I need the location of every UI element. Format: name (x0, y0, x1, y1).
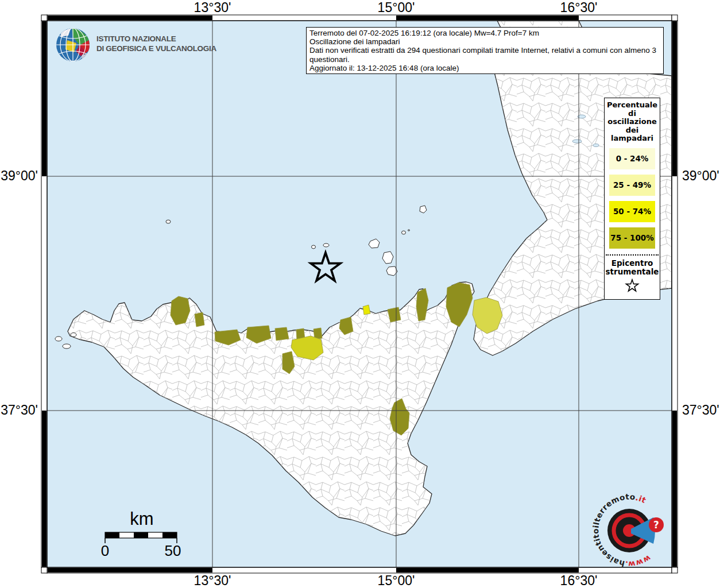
axis-label-bottom-1330: 13°30' (194, 574, 231, 587)
legend-title-line: di (605, 110, 660, 118)
legend-epicenter-line: strumentale (605, 268, 660, 276)
legend-star-icon (605, 278, 660, 295)
title-line-disclaimer: Dati non verificati estratti da 294 ques… (309, 46, 660, 63)
legend-title-line: oscillazione (605, 118, 660, 126)
ingv-wordmark-line2: DI GEOFISICA E VULCANOLOGIA (96, 44, 216, 53)
axis-label-right-3900: 39°00' (682, 169, 719, 183)
legend-swatch-50-74: 50 - 74% (609, 201, 655, 222)
island-alicudi (312, 245, 316, 249)
island-favignana (63, 344, 71, 349)
island-panarea (402, 231, 406, 234)
axis-label-top-1500: 15°00' (378, 1, 415, 14)
title-line-observable: Oscillazione dei lampadari (309, 37, 660, 46)
title-line-updated: Aggiornato il: 13-12-2025 16:48 (ora loc… (309, 64, 660, 72)
legend-title: Percentuale di oscillazione dei lampadar… (605, 101, 660, 143)
axis-label-top-1630: 16°30' (560, 1, 598, 14)
lake (593, 144, 599, 147)
municipality-patch (275, 327, 289, 341)
map-title-box: Terremoto del 07-02-2025 16:19:12 (ora l… (306, 27, 664, 74)
axis-label-bottom-1630: 16°30' (560, 574, 598, 587)
scalebar-unit-label: km (130, 509, 153, 529)
municipality-patch (195, 312, 204, 327)
title-line-event: Terremoto del 07-02-2025 16:19:12 (ora l… (309, 29, 660, 37)
legend-swatch-75-100: 75 - 100% (609, 227, 655, 249)
earthquake-map-page: ? www.haisentitoilterremoto.it 13°30' 15… (0, 0, 720, 588)
logo-question-mark: ? (653, 519, 659, 531)
legend-epicenter-label: Epicentro strumentale (605, 259, 660, 276)
ingv-wordmark-line1: ISTITUTO NAZIONALE (96, 34, 176, 44)
island-levanzo (71, 333, 76, 337)
island-filicudi (323, 243, 329, 247)
legend-swatch-25-49: 25 - 49% (609, 175, 655, 196)
legend-epicenter-line: Epicentro (605, 259, 660, 268)
scalebar-end-label: 50 (165, 542, 181, 560)
legend-swatch-0-24: 0 - 24% (609, 148, 655, 169)
scalebar-start-label: 0 (101, 542, 109, 560)
axis-label-top-1330: 13°30' (194, 1, 231, 14)
axis-label-bottom-1500: 15°00' (378, 574, 415, 587)
legend-title-line: Percentuale (605, 101, 660, 110)
axis-label-left-3730: 37°30' (0, 403, 38, 417)
legend-title-line: dei (605, 126, 660, 135)
legend-title-line: lampadari (605, 134, 660, 143)
axis-label-right-3730: 37°30' (682, 403, 719, 417)
island-marettimo (55, 336, 62, 341)
legend-divider (606, 254, 659, 256)
islet (408, 230, 410, 231)
legend-box: Percentuale di oscillazione dei lampadar… (604, 98, 660, 300)
lake (572, 140, 582, 143)
island-ustica (166, 220, 171, 223)
axis-label-left-3900: 39°00' (0, 169, 38, 183)
